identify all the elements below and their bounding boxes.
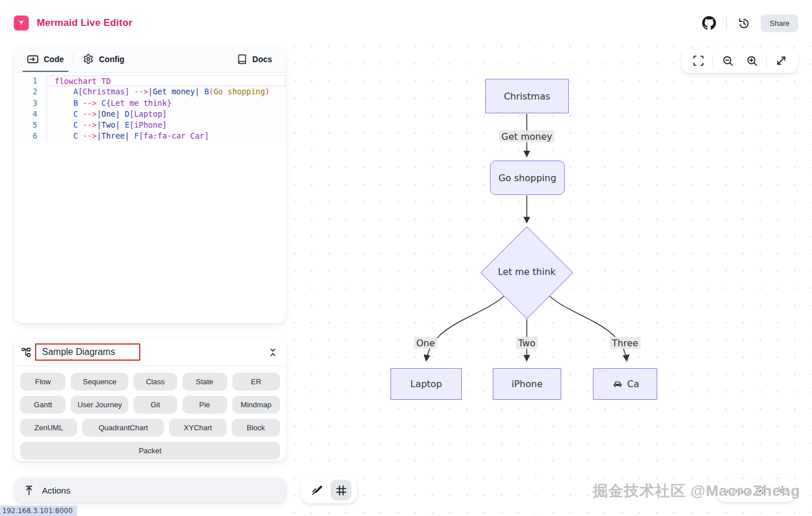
node-christmas[interactable]: Christmas — [485, 79, 569, 113]
chevrons-collapse-icon — [268, 346, 278, 358]
zoom-out-button[interactable] — [718, 51, 737, 70]
tab-config-label: Config — [99, 55, 124, 64]
line-number: 3 — [14, 98, 47, 109]
code-line[interactable]: 4 C -->|One| D[Laptop] — [14, 109, 286, 120]
sample-quadrantchart-button[interactable]: QuadrantChart — [82, 419, 164, 437]
actions-panel[interactable]: Actions — [14, 477, 286, 503]
node-car-label: Ca — [627, 379, 639, 389]
zoom-in-button[interactable] — [742, 51, 761, 70]
code-editor[interactable]: 1flowchart TD2 A[Christmas] -->|Get mone… — [14, 72, 286, 142]
tab-config[interactable]: Config — [74, 46, 133, 72]
sample-sequence-button[interactable]: Sequence — [71, 373, 128, 391]
mode-toolbar — [301, 477, 357, 503]
history-button[interactable] — [737, 17, 750, 30]
status-url: 192.168.3.101:8000 — [0, 506, 77, 516]
docs-button-label: Docs — [252, 55, 272, 64]
line-number: 5 — [14, 120, 47, 131]
code-panel: Code Config Docs 1flowchart TD2 A[Christ… — [14, 46, 286, 323]
node-laptop[interactable]: Laptop — [390, 368, 462, 400]
sample-packet-button[interactable]: Packet — [20, 442, 280, 460]
version-label: v10.5.0 — [725, 487, 749, 495]
code-line[interactable]: 1flowchart TD — [14, 75, 286, 86]
code-line-content: flowchart TD — [47, 75, 285, 86]
actions-label: Actions — [42, 486, 70, 495]
sample-flow-button[interactable]: Flow — [20, 373, 66, 391]
tab-code[interactable]: Code — [18, 46, 73, 72]
code-line-content: B --> C{Let me think} — [47, 98, 286, 109]
share-button[interactable]: Share — [761, 14, 798, 32]
theme-toggle-button[interactable] — [777, 486, 788, 496]
pen-mode-button[interactable] — [307, 480, 327, 500]
code-line[interactable]: 5 C -->|Two| E[iPhone] — [14, 120, 286, 131]
diagram-canvas[interactable]: Christmas Get money Go shopping Let me t… — [290, 46, 812, 516]
annotation-red-box: Sample Diagrams — [35, 343, 140, 361]
node-laptop-label: Laptop — [410, 379, 442, 389]
history-icon — [737, 17, 750, 30]
toolbar-divider — [771, 484, 771, 497]
node-iphone[interactable]: iPhone — [493, 368, 561, 400]
toolbar-divider — [713, 54, 713, 67]
shield-icon — [755, 486, 765, 496]
header-divider — [726, 16, 727, 30]
sample-user-journey-button[interactable]: User Journey — [71, 396, 128, 414]
node-iphone-label: iPhone — [511, 379, 542, 389]
upload-icon — [24, 485, 35, 496]
expand-button[interactable] — [771, 51, 791, 70]
book-icon — [237, 54, 247, 64]
edge-label-get-money: Get money — [499, 131, 554, 143]
expand-icon — [775, 55, 787, 67]
docs-button[interactable]: Docs — [231, 49, 278, 69]
sample-diagrams-panel: Sample Diagrams FlowSequenceClassStateER… — [14, 338, 286, 461]
code-tab-icon — [27, 55, 39, 64]
pen-icon — [311, 484, 323, 496]
edge-label-one: One — [414, 337, 438, 349]
meta-toolbar: v10.5.0 — [715, 479, 797, 502]
sun-icon — [777, 486, 788, 496]
sample-diagrams-header: Sample Diagrams — [14, 338, 286, 366]
github-icon — [702, 16, 716, 30]
line-number: 1 — [14, 75, 47, 86]
sample-git-button[interactable]: Git — [133, 396, 177, 414]
sample-zenuml-button[interactable]: ZenUML — [20, 419, 77, 437]
sample-mindmap-button[interactable]: Mindmap — [232, 396, 280, 414]
line-number: 6 — [14, 131, 47, 142]
sample-er-button[interactable]: ER — [232, 373, 280, 391]
node-go-shopping-label: Go shopping — [499, 173, 557, 184]
code-line-content: C -->|Three| F[fa:fa-car Car] — [47, 131, 286, 142]
fullscreen-button[interactable] — [688, 51, 708, 70]
view-toolbar — [681, 48, 798, 73]
code-line[interactable]: 3 B --> C{Let me think} — [14, 98, 286, 109]
node-christmas-label: Christmas — [504, 91, 550, 102]
diagram-icon — [21, 347, 32, 358]
grid-toggle-button[interactable] — [331, 480, 351, 500]
editor-tabbar: Code Config Docs — [14, 46, 286, 72]
toolbar-divider — [766, 54, 767, 67]
mermaid-tail-icon — [16, 18, 26, 28]
node-car[interactable]: Ca — [593, 368, 657, 400]
collapse-button[interactable] — [268, 346, 278, 358]
code-line[interactable]: 6 C -->|Three| F[fa:fa-car Car] — [14, 131, 286, 142]
node-go-shopping[interactable]: Go shopping — [490, 160, 565, 195]
security-badge[interactable] — [755, 486, 765, 496]
gear-icon — [83, 53, 94, 64]
code-line-content: C -->|Two| E[iPhone] — [47, 120, 286, 131]
mermaid-logo[interactable] — [14, 16, 29, 30]
sample-gantt-button[interactable]: Gantt — [20, 396, 66, 414]
edge-label-three: Three — [610, 337, 641, 349]
line-number: 4 — [14, 109, 47, 120]
sample-class-button[interactable]: Class — [133, 373, 177, 391]
sample-pie-button[interactable]: Pie — [182, 396, 227, 414]
sample-diagrams-title: Sample Diagrams — [42, 347, 115, 357]
page-title: Mermaid Live Editor — [37, 17, 132, 29]
github-button[interactable] — [702, 16, 716, 30]
car-icon — [611, 379, 624, 389]
code-line[interactable]: 2 A[Christmas] -->|Get money| B(Go shopp… — [14, 86, 286, 97]
zoom-out-icon — [722, 55, 734, 67]
sample-diagrams-body: FlowSequenceClassStateER GanttUser Journ… — [14, 366, 286, 465]
sample-state-button[interactable]: State — [182, 373, 227, 391]
sample-block-button[interactable]: Block — [232, 419, 280, 437]
app-header: Mermaid Live Editor Share — [0, 0, 812, 46]
fullscreen-icon — [692, 55, 704, 67]
edge-label-two: Two — [516, 337, 538, 349]
sample-xychart-button[interactable]: XYChart — [169, 419, 226, 437]
